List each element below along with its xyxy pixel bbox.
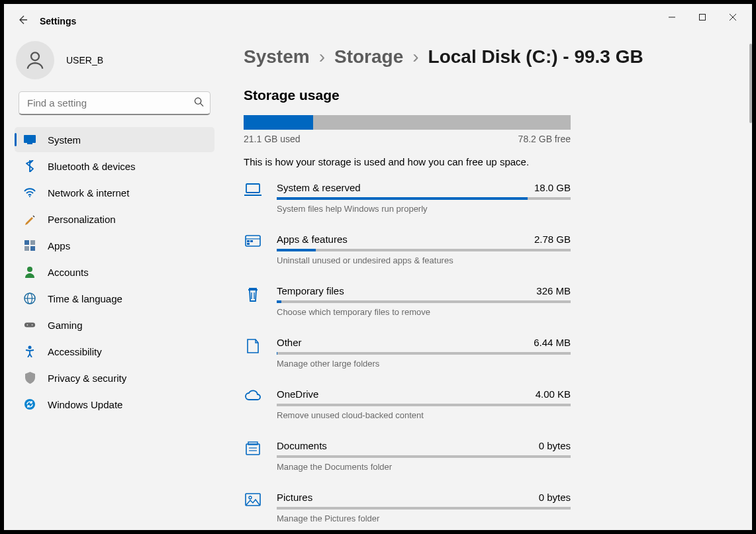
cloud-icon <box>244 390 262 420</box>
category-bar <box>277 404 571 406</box>
category-fill <box>277 197 528 200</box>
laptop-icon <box>244 183 262 214</box>
apps2-icon <box>244 235 262 265</box>
account-icon <box>24 266 36 278</box>
sidebar-item-bluetooth-devices[interactable]: Bluetooth & devices <box>15 154 214 179</box>
category-size: 0 bytes <box>539 440 571 451</box>
sidebar-item-label: Time & language <box>48 293 122 304</box>
main-content: System › Storage › Local Disk (C:) - 99.… <box>220 4 752 530</box>
overall-usage-bar <box>244 115 571 130</box>
sidebar-item-gaming[interactable]: Gaming <box>15 312 214 337</box>
storage-category-documents[interactable]: Documents 0 bytes Manage the Documents f… <box>244 440 571 472</box>
category-size: 326 MB <box>536 285 571 296</box>
category-size: 6.44 MB <box>534 337 571 348</box>
svg-point-4 <box>31 52 39 60</box>
svg-point-14 <box>27 267 32 272</box>
sidebar-item-system[interactable]: System <box>15 127 214 152</box>
sidebar-item-accounts[interactable]: Accounts <box>15 259 214 285</box>
category-title: Pictures <box>277 492 312 503</box>
shield-icon <box>24 372 36 384</box>
category-title: Apps & features <box>277 234 348 245</box>
sidebar-item-windows-update[interactable]: Windows Update <box>15 392 214 417</box>
search-icon <box>194 97 204 110</box>
close-button[interactable] <box>718 7 748 28</box>
svg-rect-23 <box>246 184 260 193</box>
settings-window: Settings USER_B SystemBluetooth & device… <box>4 4 752 530</box>
overall-usage-fill <box>244 115 313 130</box>
svg-rect-32 <box>248 442 258 445</box>
sidebar-item-label: Accounts <box>48 267 89 278</box>
sidebar-item-time-language[interactable]: Time & language <box>15 286 214 311</box>
storage-category-onedrive[interactable]: OneDrive 4.00 KB Remove unused cloud-bac… <box>244 388 571 420</box>
category-subtitle: System files help Windows run properly <box>277 204 571 214</box>
sidebar-item-label: Privacy & security <box>48 373 126 384</box>
category-title: System & reserved <box>277 182 361 193</box>
chevron-right-icon: › <box>412 46 418 67</box>
search-input[interactable] <box>19 91 211 115</box>
category-size: 18.0 GB <box>534 182 571 193</box>
breadcrumb-system[interactable]: System <box>244 46 310 67</box>
svg-rect-8 <box>27 143 32 144</box>
svg-rect-13 <box>30 246 35 251</box>
sidebar-item-apps[interactable]: Apps <box>15 233 214 258</box>
sidebar-item-label: Accessibility <box>48 346 102 357</box>
storage-category-system-reserved[interactable]: System & reserved 18.0 GB System files h… <box>244 182 571 214</box>
sidebar-item-label: Personalization <box>48 214 116 225</box>
svg-rect-18 <box>24 322 35 327</box>
sidebar-item-privacy-security[interactable]: Privacy & security <box>15 365 214 390</box>
category-bar <box>277 197 571 200</box>
gaming-icon <box>24 319 36 331</box>
svg-rect-7 <box>24 135 36 143</box>
svg-rect-28 <box>247 243 250 245</box>
category-fill <box>277 300 281 303</box>
used-label: 21.1 GB used <box>244 134 301 144</box>
svg-point-9 <box>29 196 30 197</box>
category-title: Temporary files <box>277 285 344 296</box>
svg-rect-12 <box>24 246 29 251</box>
storage-category-pictures[interactable]: Pictures 0 bytes Manage the Pictures fol… <box>244 492 571 523</box>
back-button[interactable] <box>17 15 28 28</box>
breadcrumb-current: Local Disk (C:) - 99.3 GB <box>428 46 643 67</box>
storage-category-other[interactable]: Other 6.44 MB Manage other large folders <box>244 337 571 369</box>
sidebar-item-label: Windows Update <box>48 399 122 410</box>
wifi-icon <box>24 187 36 199</box>
category-bar <box>277 300 571 303</box>
category-fill <box>277 249 316 251</box>
category-subtitle: Remove unused cloud-backed content <box>277 410 571 420</box>
category-size: 0 bytes <box>539 492 571 503</box>
category-subtitle: Manage other large folders <box>277 359 571 369</box>
svg-point-5 <box>195 98 201 104</box>
scrollbar[interactable] <box>749 44 752 123</box>
minimize-button[interactable] <box>657 7 687 28</box>
titlebar <box>653 4 752 30</box>
sidebar-item-network-internet[interactable]: Network & internet <box>15 180 214 205</box>
sidebar-item-label: Apps <box>48 240 70 251</box>
sidebar-item-label: Gaming <box>48 320 83 331</box>
sidebar-item-label: Network & internet <box>48 187 129 199</box>
svg-rect-31 <box>246 444 260 455</box>
storage-category-temporary-files[interactable]: Temporary files 326 MB Choose which temp… <box>244 285 571 317</box>
sidebar-item-label: Bluetooth & devices <box>48 161 136 172</box>
brush-icon <box>24 213 36 225</box>
breadcrumb-storage[interactable]: Storage <box>334 46 403 67</box>
category-subtitle: Choose which temporary files to remove <box>277 307 571 317</box>
user-name: USER_B <box>61 52 136 68</box>
sidebar-item-personalization[interactable]: Personalization <box>15 206 214 232</box>
svg-rect-27 <box>250 240 253 242</box>
documents-icon <box>244 441 262 472</box>
sidebar-item-accessibility[interactable]: Accessibility <box>15 339 214 364</box>
category-bar <box>277 507 571 510</box>
category-title: OneDrive <box>277 388 318 400</box>
pictures-icon <box>244 493 262 523</box>
apps-icon <box>24 240 36 251</box>
maximize-button[interactable] <box>687 7 718 28</box>
user-block[interactable]: USER_B <box>12 34 217 91</box>
bluetooth-icon <box>24 160 36 172</box>
category-subtitle: Manage the Documents folder <box>277 462 571 472</box>
svg-point-19 <box>27 324 28 326</box>
storage-category-apps-features[interactable]: Apps & features 2.78 GB Uninstall unused… <box>244 234 571 265</box>
category-title: Documents <box>277 440 327 451</box>
category-subtitle: Manage the Pictures folder <box>277 513 571 523</box>
svg-point-21 <box>28 346 32 349</box>
category-size: 2.78 GB <box>534 234 571 245</box>
